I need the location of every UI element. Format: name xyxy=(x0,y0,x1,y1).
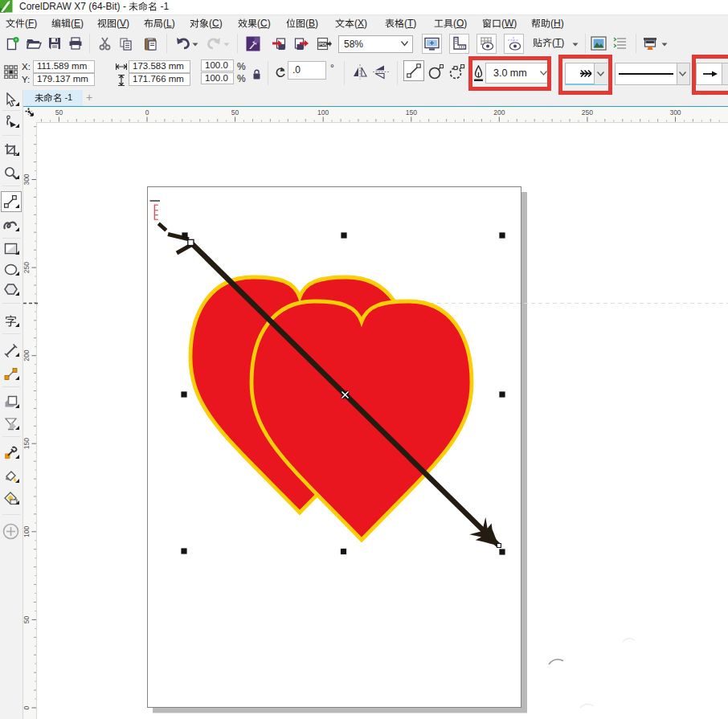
svg-text:200: 200 xyxy=(493,108,505,116)
svg-text:300: 300 xyxy=(669,108,681,116)
svg-text:150: 150 xyxy=(22,438,31,449)
svg-text:50: 50 xyxy=(55,108,63,116)
svg-text:50: 50 xyxy=(231,108,239,116)
svg-text:100: 100 xyxy=(22,525,31,537)
svg-text:0: 0 xyxy=(145,108,149,116)
svg-text:50: 50 xyxy=(22,615,31,623)
svg-text:0: 0 xyxy=(22,705,31,709)
svg-text:200: 200 xyxy=(22,349,31,361)
svg-text:250: 250 xyxy=(582,108,593,116)
svg-text:300: 300 xyxy=(22,174,31,185)
svg-text:150: 150 xyxy=(406,108,417,116)
svg-text:100: 100 xyxy=(317,108,329,116)
svg-text:250: 250 xyxy=(22,262,31,273)
